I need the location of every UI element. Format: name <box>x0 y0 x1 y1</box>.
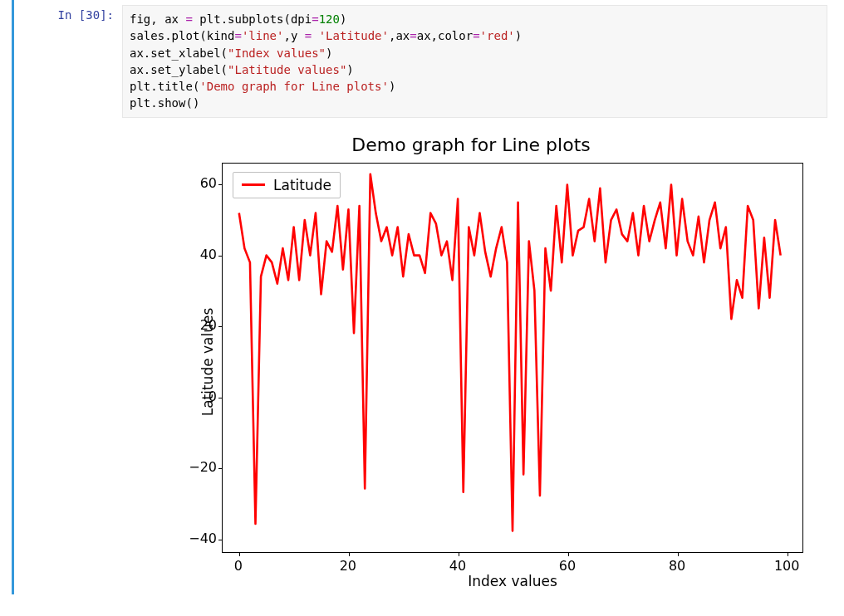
input-prompt: In [30]: <box>58 8 114 22</box>
y-tick-label: 60 <box>175 175 217 191</box>
y-tick-label: 40 <box>175 247 217 262</box>
chart-output: Demo graph for Line plots Latitude value… <box>122 130 820 594</box>
prompt-column: In [30]: <box>14 5 122 118</box>
output-cell: Demo graph for Line plots Latitude value… <box>12 118 844 594</box>
x-tick-label: 80 <box>660 558 694 574</box>
y-tick-label: −40 <box>175 530 217 546</box>
x-tick-label: 100 <box>770 558 803 574</box>
code-cell: In [30]: fig, ax = plt.subplots(dpi=120)… <box>12 0 844 118</box>
x-tick-label: 20 <box>331 558 365 574</box>
x-tick-label: 40 <box>441 558 474 574</box>
y-tick-label: 0 <box>175 389 217 404</box>
x-tick-label: 0 <box>222 558 255 574</box>
line-plot-svg <box>223 164 802 552</box>
plot-area: Latitude <box>222 163 803 553</box>
y-tick-label: −20 <box>175 459 217 475</box>
y-tick-label: 20 <box>175 317 217 333</box>
x-axis-label: Index values <box>222 573 803 589</box>
code-input[interactable]: fig, ax = plt.subplots(dpi=120) sales.pl… <box>122 5 827 118</box>
x-tick-label: 60 <box>551 558 584 574</box>
output-prompt-column <box>14 130 122 594</box>
chart-title: Demo graph for Line plots <box>122 134 820 155</box>
